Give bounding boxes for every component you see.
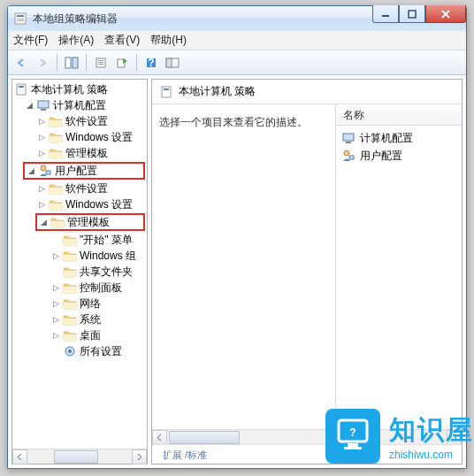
tree-start-menu[interactable]: "开始" 菜单 xyxy=(12,232,147,248)
svg-rect-2 xyxy=(17,19,24,19)
svg-rect-40 xyxy=(343,134,354,141)
tree-label: Windows 设置 xyxy=(65,197,133,212)
tree-software-settings-2[interactable]: ▷ 软件设置 xyxy=(12,180,147,196)
svg-rect-6 xyxy=(65,58,71,68)
tree-label: 管理模板 xyxy=(67,215,110,230)
expand-icon[interactable]: ▷ xyxy=(37,117,47,127)
show-hide-tree-button[interactable] xyxy=(62,53,81,73)
folder-icon xyxy=(49,146,63,160)
window-title: 本地组策略编辑器 xyxy=(33,12,118,27)
expand-icon[interactable]: ▷ xyxy=(51,299,61,309)
expand-icon[interactable]: ▷ xyxy=(37,133,47,142)
scroll-thumb[interactable] xyxy=(54,450,98,464)
folder-icon xyxy=(49,130,63,144)
tab-extended-standard[interactable]: 扩展 /标准 xyxy=(156,447,214,464)
svg-rect-10 xyxy=(98,62,103,63)
column-header-name[interactable]: 名称 xyxy=(336,104,462,126)
svg-rect-22 xyxy=(50,136,62,142)
scroll-left-button[interactable] xyxy=(12,449,27,464)
watermark-title: 知识屋 xyxy=(389,412,474,449)
tree-user-config[interactable]: ◢ 用户配置 xyxy=(25,163,97,179)
tree-label: 所有设置 xyxy=(80,344,122,359)
tree-windows-settings[interactable]: ▷ Windows 设置 xyxy=(12,129,147,145)
filter-button[interactable] xyxy=(163,53,182,73)
list-item[interactable]: 用户配置 xyxy=(336,147,462,165)
tree-system[interactable]: ▷ 系统 xyxy=(12,311,147,327)
tree-control-panel[interactable]: ▷ 控制面板 xyxy=(12,280,147,296)
filter-icon xyxy=(165,57,180,69)
svg-rect-4 xyxy=(382,15,389,17)
menu-action[interactable]: 操作(A) xyxy=(58,33,94,48)
svg-text:?: ? xyxy=(349,426,356,439)
tree-windows-comp[interactable]: ▷ Windows 组 xyxy=(12,248,147,264)
tree-windows-settings-2[interactable]: ▷ Windows 设置 xyxy=(12,196,147,212)
tree-admin-templates-2[interactable]: ◢ 管理模板 xyxy=(37,214,110,230)
description-pane: 选择一个项目来查看它的描述。 xyxy=(152,104,336,429)
list-item[interactable]: 计算机配置 xyxy=(336,129,462,147)
tree-computer-config[interactable]: ◢ 计算机配置 xyxy=(12,97,147,113)
expand-icon[interactable]: ▷ xyxy=(37,149,47,158)
app-icon xyxy=(13,12,27,26)
maximize-button[interactable] xyxy=(399,5,425,23)
tree-shared-folders[interactable]: 共享文件夹 xyxy=(12,264,147,280)
help-icon: ? xyxy=(145,57,157,69)
policy-tree[interactable]: 本地计算机 策略 ◢ 计算机配置 ▷ 软件设置 ▷ Windows 设置 xyxy=(12,80,147,449)
gpedit-window: 本地组策略编辑器 文件(F) 操作(A) 查看(V) 帮助(H) ? 本地计算 xyxy=(7,5,467,469)
titlebar[interactable]: 本地组策略编辑器 xyxy=(8,6,466,31)
chevron-right-icon xyxy=(136,454,142,460)
collapse-icon[interactable]: ◢ xyxy=(27,166,36,176)
folder-icon xyxy=(63,249,77,263)
minimize-button[interactable] xyxy=(372,5,399,23)
help-button[interactable]: ? xyxy=(141,53,161,73)
tree-network[interactable]: ▷ 网络 xyxy=(12,296,147,311)
expand-icon[interactable]: ▷ xyxy=(51,315,61,325)
tree-admin-templates[interactable]: ▷ 管理模板 xyxy=(12,145,147,161)
tree-desktop[interactable]: ▷ 桌面 xyxy=(12,327,147,343)
close-icon xyxy=(440,10,451,19)
details-title: 本地计算机 策略 xyxy=(179,84,256,99)
collapse-icon[interactable]: ◢ xyxy=(39,218,49,227)
scroll-right-button[interactable] xyxy=(132,449,147,464)
computer-icon xyxy=(341,131,356,145)
watermark-text: 知识屋 zhishiwu.com xyxy=(389,412,474,461)
watermark-badge: ? xyxy=(325,409,380,464)
expand-icon[interactable]: ▷ xyxy=(37,200,47,210)
list-item-label: 用户配置 xyxy=(360,149,402,164)
collapse-icon[interactable]: ◢ xyxy=(25,101,34,111)
back-button[interactable] xyxy=(11,53,31,73)
svg-rect-19 xyxy=(38,101,49,108)
properties-button[interactable] xyxy=(91,53,111,73)
expand-icon[interactable]: ▷ xyxy=(51,251,61,261)
expand-icon[interactable]: ▷ xyxy=(51,283,61,293)
svg-rect-45 xyxy=(348,443,358,447)
svg-rect-41 xyxy=(346,142,351,143)
tree-all-settings[interactable]: 所有设置 xyxy=(12,343,147,359)
tree-label: 系统 xyxy=(80,312,101,327)
chevron-left-icon xyxy=(157,434,163,441)
highlight-user-config: ◢ 用户配置 xyxy=(23,162,145,180)
svg-rect-1 xyxy=(17,15,24,17)
menu-view[interactable]: 查看(V) xyxy=(104,33,140,48)
forward-button[interactable] xyxy=(33,53,52,73)
tree-software-settings[interactable]: ▷ 软件设置 xyxy=(12,113,147,129)
tree-label: Windows 设置 xyxy=(65,130,133,145)
tree-label: 网络 xyxy=(80,296,101,311)
tree-scrollbar[interactable] xyxy=(12,449,147,464)
svg-rect-5 xyxy=(409,11,416,18)
watermark: ? 知识屋 zhishiwu.com xyxy=(325,409,474,464)
close-button[interactable] xyxy=(425,5,466,23)
export-button[interactable] xyxy=(112,53,132,73)
folder-icon xyxy=(63,328,77,342)
folder-icon xyxy=(63,265,77,279)
item-list: 名称 计算机配置 用户配置 xyxy=(336,104,462,429)
svg-rect-38 xyxy=(162,87,171,97)
menu-help[interactable]: 帮助(H) xyxy=(150,33,187,48)
svg-point-24 xyxy=(41,165,46,171)
expand-icon[interactable]: ▷ xyxy=(51,331,61,341)
svg-rect-21 xyxy=(50,120,62,127)
tree-root[interactable]: 本地计算机 策略 xyxy=(12,81,147,97)
menu-file[interactable]: 文件(F) xyxy=(13,33,48,48)
scroll-thumb[interactable] xyxy=(169,431,240,444)
expand-icon[interactable]: ▷ xyxy=(37,184,47,194)
scroll-left-button[interactable] xyxy=(152,430,167,445)
